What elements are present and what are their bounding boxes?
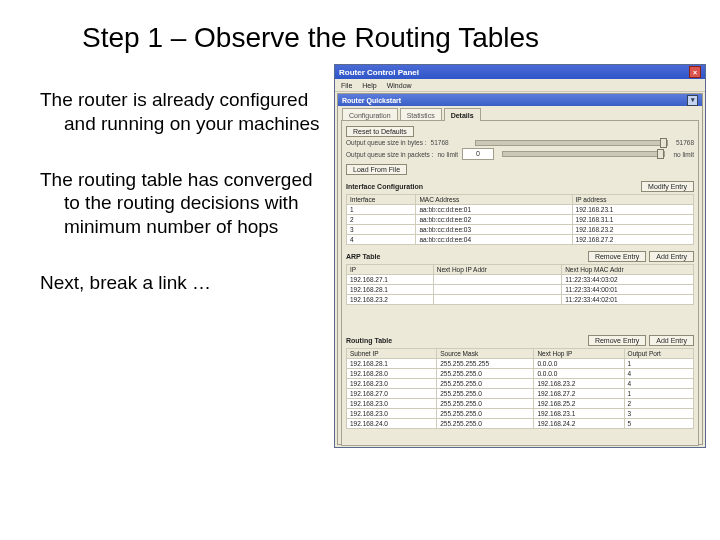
- iface-modify-button[interactable]: Modify Entry: [641, 181, 694, 192]
- details-tab-panel: Reset to Defaults Output queue size in b…: [341, 120, 699, 446]
- table-row[interactable]: 192.168.23.0255.255.255.0192.168.25.22: [347, 399, 694, 409]
- iface-header-row: Interface MAC Address IP address: [347, 195, 694, 205]
- routing-table-heading: Routing Table: [346, 337, 392, 344]
- table-row[interactable]: 192.168.27.0255.255.255.0192.168.27.21: [347, 389, 694, 399]
- panel-minimize-icon[interactable]: ▾: [687, 95, 698, 106]
- rt-remove-button[interactable]: Remove Entry: [588, 335, 646, 346]
- load-from-file-button[interactable]: Load From File: [346, 164, 407, 175]
- menu-window[interactable]: Window: [387, 82, 412, 89]
- panel-title-text: Router Quickstart: [342, 97, 401, 104]
- table-row[interactable]: 2aa:bb:cc:dd:ee:02192.168.31.1: [347, 215, 694, 225]
- table-row[interactable]: 192.168.23.211:22:33:44:02:01: [347, 295, 694, 305]
- window-titlebar[interactable]: Router Control Panel ×: [335, 65, 705, 79]
- table-row[interactable]: 3aa:bb:cc:dd:ee:03192.168.23.2: [347, 225, 694, 235]
- router-window: Router Control Panel × File Help Window …: [334, 64, 706, 448]
- panel-title: Router Quickstart ▾: [338, 94, 702, 106]
- para-2: The routing table has converged to the r…: [40, 168, 330, 239]
- table-row[interactable]: 192.168.24.0255.255.255.0192.168.24.25: [347, 419, 694, 429]
- menu-file[interactable]: File: [341, 82, 352, 89]
- queue-packets-slider[interactable]: [502, 151, 665, 157]
- close-icon[interactable]: ×: [689, 66, 701, 78]
- window-title: Router Control Panel: [339, 68, 419, 77]
- table-row[interactable]: 192.168.23.0255.255.255.0192.168.23.24: [347, 379, 694, 389]
- rt-h1[interactable]: Subnet IP: [347, 349, 437, 359]
- table-row[interactable]: 192.168.28.1255.255.255.2550.0.0.01: [347, 359, 694, 369]
- queue-packets-label: Output queue size in packets :: [346, 151, 433, 158]
- table-row[interactable]: 192.168.27.111:22:33:44:03:02: [347, 275, 694, 285]
- arp-remove-button[interactable]: Remove Entry: [588, 251, 646, 262]
- queue-bytes-label: Output queue size in bytes :: [346, 139, 427, 146]
- queue-bytes-slider[interactable]: [475, 140, 668, 146]
- rt-header-row: Subnet IP Source Mask Next Hop IP Output…: [347, 349, 694, 359]
- para-1: The router is already configured and run…: [40, 88, 330, 136]
- queue-bytes-right: 51768: [676, 139, 694, 146]
- table-row[interactable]: 192.168.23.0255.255.255.0192.168.23.13: [347, 409, 694, 419]
- iface-h2[interactable]: MAC Address: [416, 195, 572, 205]
- iface-h3[interactable]: IP address: [572, 195, 693, 205]
- rt-add-button[interactable]: Add Entry: [649, 335, 694, 346]
- reset-defaults-button[interactable]: Reset to Defaults: [346, 126, 414, 137]
- table-row[interactable]: 192.168.28.0255.255.255.00.0.0.04: [347, 369, 694, 379]
- iface-h1[interactable]: Interface: [347, 195, 416, 205]
- interface-table: Interface MAC Address IP address 1aa:bb:…: [346, 194, 694, 245]
- arp-add-button[interactable]: Add Entry: [649, 251, 694, 262]
- rt-h3[interactable]: Next Hop IP: [534, 349, 624, 359]
- slide-title: Step 1 – Observe the Routing Tables: [82, 22, 539, 54]
- queue-bytes-value: 51768: [431, 139, 467, 146]
- routing-table: Subnet IP Source Mask Next Hop IP Output…: [346, 348, 694, 429]
- rt-h4[interactable]: Output Port: [624, 349, 693, 359]
- tab-details[interactable]: Details: [444, 108, 481, 121]
- table-row[interactable]: 1aa:bb:cc:dd:ee:01192.168.23.1: [347, 205, 694, 215]
- body-text: The router is already configured and run…: [40, 88, 330, 327]
- menu-bar: File Help Window: [335, 79, 705, 92]
- queue-packets-right: no limit: [673, 151, 694, 158]
- queue-packets-input[interactable]: 0: [462, 148, 494, 160]
- arp-table: IP Next Hop IP Addr Next Hop MAC Addr 19…: [346, 264, 694, 305]
- arp-table-heading: ARP Table: [346, 253, 380, 260]
- interface-config-heading: Interface Configuration: [346, 183, 423, 190]
- quickstart-panel: Router Quickstart ▾ Configuration Statis…: [337, 93, 703, 445]
- arp-h1[interactable]: IP: [347, 265, 434, 275]
- arp-h3[interactable]: Next Hop MAC Addr: [562, 265, 694, 275]
- table-row[interactable]: 4aa:bb:cc:dd:ee:04192.168.27.2: [347, 235, 694, 245]
- rt-h2[interactable]: Source Mask: [437, 349, 534, 359]
- arp-header-row: IP Next Hop IP Addr Next Hop MAC Addr: [347, 265, 694, 275]
- arp-h2[interactable]: Next Hop IP Addr: [433, 265, 561, 275]
- table-row[interactable]: 192.168.28.111:22:33:44:00:01: [347, 285, 694, 295]
- menu-help[interactable]: Help: [362, 82, 376, 89]
- queue-packets-value: no limit: [437, 151, 458, 158]
- tabs: Configuration Statistics Details: [338, 108, 702, 120]
- para-3: Next, break a link …: [40, 271, 330, 295]
